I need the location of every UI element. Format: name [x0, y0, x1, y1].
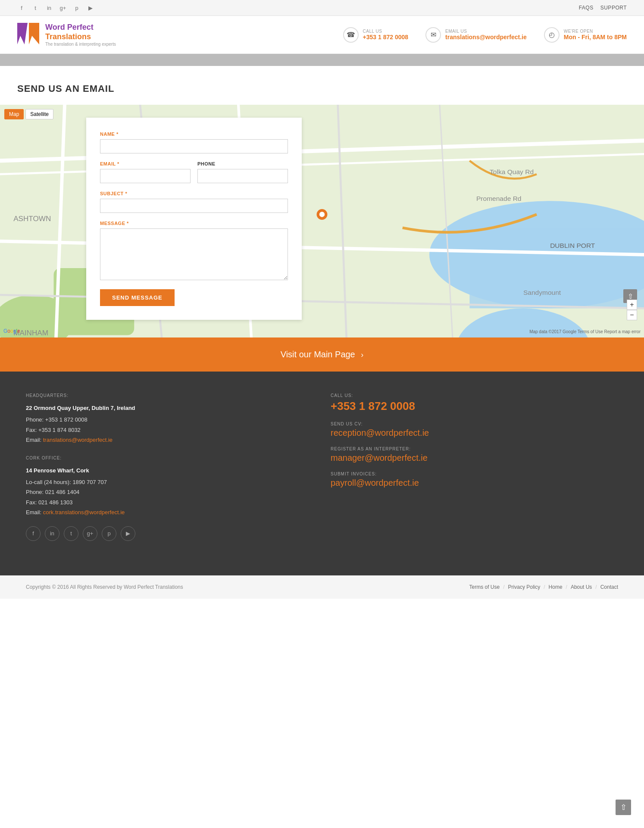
facebook-icon[interactable]: f	[17, 3, 26, 12]
social-links: f t in g+ p ▶	[17, 3, 95, 12]
footer-interpreter-email: manager@wordperfect.ie	[331, 453, 618, 463]
footer-youtube-icon[interactable]: ▶	[121, 526, 135, 541]
email-info: EMAIL US translations@wordperfect.ie	[445, 29, 527, 41]
home-link[interactable]: Home	[549, 584, 563, 590]
svg-text:Sandymount: Sandymount	[523, 289, 561, 296]
phone-number: +353 1 872 0008	[363, 34, 409, 41]
cork-email-link[interactable]: cork.translations@wordperfect.ie	[43, 509, 125, 516]
phone-label: PHONE	[197, 161, 288, 166]
email-input[interactable]	[100, 169, 191, 183]
phone-icon: ☎	[343, 27, 359, 43]
open-hours: Mon - Fri, 8AM to 8PM	[564, 34, 627, 41]
logo-icon	[17, 23, 41, 47]
call-us-label: CALL US	[363, 29, 409, 34]
cork-label: CORK OFFICE:	[26, 456, 313, 460]
footer-call: CALL US: +353 1 872 0008	[331, 393, 618, 413]
linkedin-icon[interactable]: in	[45, 3, 53, 12]
footer-interpreter-label: REGISTER AS AN INTERPRETER:	[331, 447, 618, 451]
zoom-in-button[interactable]: +	[627, 300, 637, 310]
footer-cv-label: SEND US CV:	[331, 422, 618, 426]
google-logo: Google	[3, 328, 20, 334]
subject-input[interactable]	[100, 199, 288, 213]
phone-contact: ☎ CALL US +353 1 872 0008	[343, 27, 409, 43]
google-plus-icon[interactable]: g+	[59, 3, 67, 12]
faqs-link[interactable]: FAQS	[579, 5, 594, 11]
pinterest-icon[interactable]: p	[72, 3, 81, 12]
hq-email-label: Email:	[26, 437, 41, 443]
header: Word Perfect Translations The translatio…	[0, 16, 644, 54]
footer-invoices-email: payroll@wordperfect.ie	[331, 478, 618, 488]
footer-twitter-icon[interactable]: t	[64, 526, 78, 541]
visit-banner[interactable]: Visit our Main Page ›	[0, 337, 644, 372]
support-link[interactable]: SUPPORT	[600, 5, 627, 11]
section-title: SEND US AN EMAIL	[17, 83, 627, 94]
name-group: NAME *	[100, 131, 288, 153]
footer-pinterest-icon[interactable]: p	[102, 526, 116, 541]
logo[interactable]: Word Perfect Translations The translatio…	[17, 23, 116, 47]
svg-text:Promenade Rd: Promenade Rd	[476, 195, 522, 202]
map-zoom[interactable]: + −	[627, 300, 637, 320]
footer-facebook-icon[interactable]: f	[26, 526, 41, 541]
hq-email-link[interactable]: translations@wordperfect.ie	[43, 437, 113, 443]
message-group: MESSAGE *	[100, 221, 288, 281]
phone-input[interactable]	[197, 169, 288, 183]
svg-rect-2	[469, 228, 644, 309]
main-content: SEND US AN EMAIL	[0, 66, 644, 94]
open-label: WE'RE OPEN	[564, 29, 627, 34]
phone-group: PHONE	[197, 161, 288, 183]
footer-social: f in t g+ p ▶	[26, 526, 313, 541]
logo-name: Word Perfect Translations	[45, 23, 116, 41]
footer-cv-email: reception@wordperfect.ie	[331, 428, 618, 438]
clock-icon: ◴	[544, 27, 560, 43]
email-icon: ✉	[425, 27, 441, 43]
satellite-button[interactable]: Satellite	[25, 109, 53, 119]
footer-right: CALL US: +353 1 872 0008 SEND US CV: rec…	[331, 393, 618, 541]
footer-linkedin-icon[interactable]: in	[45, 526, 59, 541]
hq-address: 22 Ormond Quay Upper, Dublin 7, Ireland …	[26, 403, 313, 445]
privacy-link[interactable]: Privacy Policy	[508, 584, 541, 590]
youtube-icon[interactable]: ▶	[86, 3, 95, 12]
submit-button[interactable]: SEND MESSAGE	[100, 289, 175, 306]
phone-info: CALL US +353 1 872 0008	[363, 29, 409, 41]
svg-text:ASHTOWN: ASHTOWN	[13, 215, 51, 223]
about-us-link[interactable]: About Us	[571, 584, 592, 590]
logo-text: Word Perfect Translations The translatio…	[45, 23, 116, 46]
gray-bar	[0, 54, 644, 66]
name-input[interactable]	[100, 139, 288, 153]
email-phone-row: EMAIL * PHONE	[100, 161, 288, 191]
footer-grid: HEADQUARTERS: 22 Ormond Quay Upper, Dubl…	[26, 393, 618, 541]
cork-address: 14 Penrose Wharf, Cork Lo-call (24 hours…	[26, 466, 313, 518]
contact-form: NAME * EMAIL * PHONE SUBJECT *	[86, 118, 302, 320]
footer-google-plus-icon[interactable]: g+	[83, 526, 97, 541]
name-label: NAME *	[100, 131, 288, 137]
cork-office: CORK OFFICE: 14 Penrose Wharf, Cork Lo-c…	[26, 456, 313, 518]
bottom-bar: Copyrights © 2016 All Rights Reserved by…	[0, 575, 644, 599]
map-attribution: Map data ©2017 Google Terms of Use Repor…	[529, 329, 641, 334]
email-contact: ✉ EMAIL US translations@wordperfect.ie	[425, 27, 527, 43]
zoom-out-button[interactable]: −	[627, 310, 637, 320]
message-input[interactable]	[100, 228, 288, 280]
visit-main-link[interactable]: Visit our Main Page ›	[281, 350, 364, 359]
subject-group: SUBJECT *	[100, 191, 288, 213]
footer-cv: SEND US CV: reception@wordperfect.ie	[331, 422, 618, 438]
twitter-icon[interactable]: t	[31, 3, 40, 12]
footer-call-label: CALL US:	[331, 393, 618, 398]
svg-text:Tolka Quay Rd: Tolka Quay Rd	[490, 168, 534, 175]
hours-info: WE'RE OPEN Mon - Fri, 8AM to 8PM	[564, 29, 627, 41]
contact-link[interactable]: Contact	[600, 584, 618, 590]
svg-point-25	[319, 212, 325, 217]
email-us-label: EMAIL US	[445, 29, 527, 34]
email-address: translations@wordperfect.ie	[445, 34, 527, 41]
map-container: ASHTOWN DRIMNAGH MAINHAM DUBLIN PORT San…	[0, 105, 644, 337]
hq-label: HEADQUARTERS:	[26, 393, 313, 398]
header-contact: ☎ CALL US +353 1 872 0008 ✉ EMAIL US tra…	[343, 27, 627, 43]
bottom-links: Terms of Use / Privacy Policy / Home / A…	[469, 584, 618, 590]
terms-link[interactable]: Terms of Use	[469, 584, 500, 590]
footer-invoices-label: SUBMIT INVOICES:	[331, 472, 618, 476]
message-label: MESSAGE *	[100, 221, 288, 226]
map-controls[interactable]: Map Satellite	[4, 109, 53, 119]
map-button[interactable]: Map	[4, 109, 24, 119]
email-group: EMAIL *	[100, 161, 191, 183]
copyright: Copyrights © 2016 All Rights Reserved by…	[26, 584, 183, 590]
svg-text:DUBLIN PORT: DUBLIN PORT	[550, 242, 595, 249]
